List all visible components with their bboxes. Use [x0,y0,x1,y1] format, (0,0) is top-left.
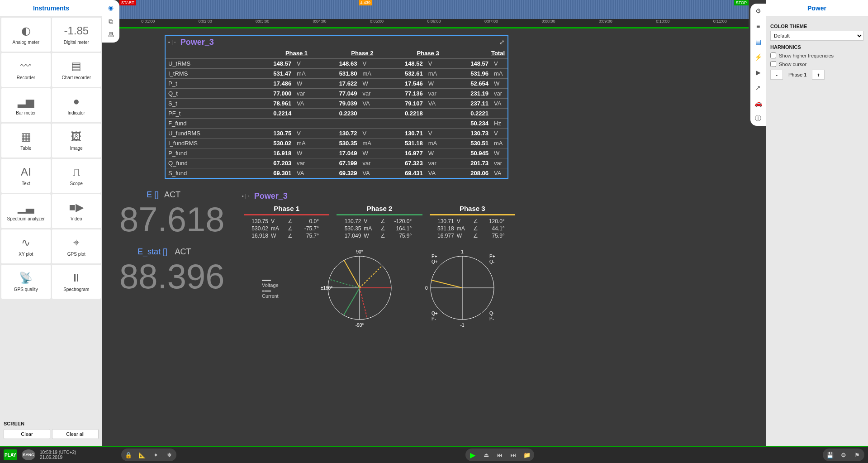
time-ticks: 0:01:000:02:000:03:000:04:000:05:000:06:… [119,19,749,27]
table-row: F_fund50.234Hz [166,119,508,129]
start-marker: START [119,0,136,5]
instrument-glyph: ∿ [21,236,30,249]
instrument-bar-meter[interactable]: ▂▅Bar meter [1,88,51,122]
instrument-glyph: ■▶ [69,201,84,214]
play-button[interactable]: ▶ [466,449,479,460]
instrument-spectrogram[interactable]: ⏸Spectrogram [52,265,101,299]
prev-button[interactable]: ⏮ [493,449,506,460]
copy-icon[interactable]: ⧉ [106,16,116,26]
color-theme-select[interactable]: Default [770,31,863,41]
screen-label: SCREEN [4,421,99,426]
readout1-value: 87.618 [119,200,224,239]
instrument-table[interactable]: ▦Table [1,124,51,158]
flag-icon[interactable]: ⚑ [851,449,863,460]
instrument-spectrum-analyzer[interactable]: ▁▃Spectrum analyzer [1,194,51,228]
color-theme-label: COLOR THEME [770,24,863,29]
instrument-glyph: ⎍ [73,166,80,178]
phasor-legend: Voltage Current [262,277,287,299]
power-table-widget[interactable]: ▪ | ◦ Power_3 ⤢ Phase 1Phase 2Phase 3Tot… [165,35,508,179]
stop-marker: STOP [734,0,749,5]
time-tick: 0:11:00 [713,19,727,24]
rows-icon[interactable]: ▤ [754,37,763,46]
time-info: 10:58:19 (UTC+2) 21.06.2019 [40,450,76,460]
eject-button[interactable]: ⏏ [480,449,493,460]
expand-icon[interactable]: ⤢ [499,38,505,46]
svg-line-4 [344,288,360,315]
phasor-mode-icons[interactable]: ▪ | ◦ [242,193,250,199]
phasor-title: Power_3 [254,191,288,201]
lock-icon[interactable]: 🔒 [122,449,135,460]
instrument-indicator[interactable]: ●Indicator [52,88,101,122]
show-higher-freq-checkbox[interactable]: Show higher frequencies [770,53,863,58]
svg-line-6 [360,288,367,319]
instrument-video[interactable]: ■▶Video [52,194,101,228]
table-row: U_tRMS148.57V148.63V148.52V148.57V [166,59,508,69]
svg-text:1: 1 [461,249,464,254]
phase-column-2: Phase 2130.72V∠-120.0°530.35mA∠164.1°17.… [337,205,422,240]
car-icon[interactable]: 🚗 [754,99,763,108]
position-marker[interactable]: 4.439 [359,0,373,5]
snow-icon[interactable]: ❄ [163,449,175,460]
instrument-glyph: -1.85 [64,24,89,37]
print-icon[interactable]: 🖶 [106,30,116,40]
folder-button[interactable]: 📁 [521,449,533,460]
instrument-image[interactable]: 🖼Image [52,124,101,158]
play-badge[interactable]: PLAY [4,449,17,460]
sync-button[interactable]: SYNC [22,449,35,460]
info-icon[interactable]: ⓘ [754,114,763,123]
phase-plus-button[interactable]: + [812,70,825,80]
share-icon[interactable]: ↗ [754,83,763,92]
settings-icon[interactable]: ⚙ [754,6,763,15]
wand-icon[interactable]: ✦ [149,449,162,460]
svg-text:P-: P- [489,316,494,321]
instrument-glyph: ▦ [21,130,31,143]
harmonics-label: HARMONICS [770,44,863,50]
playback-group: ▶ ⏏ ⏮ ⏭ 📁 [465,449,534,461]
gear-icon[interactable]: ⚙ [837,449,850,460]
show-cursor-checkbox[interactable]: Show cursor [770,61,863,67]
clear-all-button[interactable]: Clear all [52,429,99,439]
pq-diagram: 1 0 -1 0 P+Q+ P+Q- Q+P- Q-P- [422,247,497,329]
left-tool-strip: ◉ ⧉ 🖶 [102,0,119,43]
instruments-panel: Instruments ◐Analog meter-1.85Digital me… [0,0,102,463]
timeline[interactable]: START 4.439 STOP 0:01:000:02:000:03:000:… [119,0,749,27]
save-icon[interactable]: 💾 [824,449,836,460]
cursor-icon[interactable]: ▶ [754,68,763,77]
readout1-label: E []ACT [147,190,180,199]
next-button[interactable]: ⏭ [507,449,520,460]
power-table-title: Power_3 [180,38,214,47]
clear-button[interactable]: Clear [4,429,50,439]
instrument-gps-plot[interactable]: ⌖GPS plot [52,229,101,263]
instrument-recorder[interactable]: 〰Recorder [1,53,51,87]
instrument-analog-meter[interactable]: ◐Analog meter [1,18,51,52]
list-icon[interactable]: ≡ [754,22,763,31]
readout2-value: 88.396 [119,257,224,296]
instrument-scope[interactable]: ⎍Scope [52,159,101,193]
svg-text:90°: 90° [356,249,363,254]
waveform-overview[interactable]: START 4.439 STOP [119,0,749,19]
instrument-xy-plot[interactable]: ∿XY plot [1,229,51,263]
table-row: S_fund69.301VA69.329VA69.431VA208.06VA [166,168,508,178]
time-tick: 0:10:00 [656,19,669,24]
time-tick: 0:09:00 [599,19,612,24]
ruler-icon[interactable]: 📐 [136,449,148,460]
phase-column-1: Phase 1130.75V∠0.0°530.02mA∠-75.7°16.918… [244,205,329,240]
time-tick: 0:08:00 [541,19,555,24]
instrument-gps-quality[interactable]: 📡GPS quality [1,265,51,299]
widget-mode-icons[interactable]: ▪ | ◦ [168,39,176,45]
timeline-separator [119,27,749,29]
table-row: Q_fund67.203var67.199var67.323var201.73v… [166,158,508,168]
lock-group: 🔒 📐 ✦ ❄ [121,449,176,461]
instrument-chart-recorder[interactable]: ▤Chart recorder [52,53,101,87]
table-row: U_fundRMS130.75V130.72V130.71V130.73V [166,129,508,138]
svg-text:-1: -1 [460,323,465,328]
flash-icon[interactable]: ⚡ [754,53,763,62]
phasor-widget[interactable]: ▪ | ◦ Power_3 Phase 1130.75V∠0.0°530.02m… [239,190,520,333]
table-row: S_t78.961VA79.039VA79.107VA237.11VA [166,99,508,109]
instrument-glyph: ⌖ [73,236,80,249]
record-icon[interactable]: ◉ [106,3,116,13]
instrument-text[interactable]: AIText [1,159,51,193]
phase-minus-button[interactable]: - [770,70,783,80]
instrument-digital-meter[interactable]: -1.85Digital meter [52,18,101,52]
svg-text:0: 0 [425,286,428,291]
